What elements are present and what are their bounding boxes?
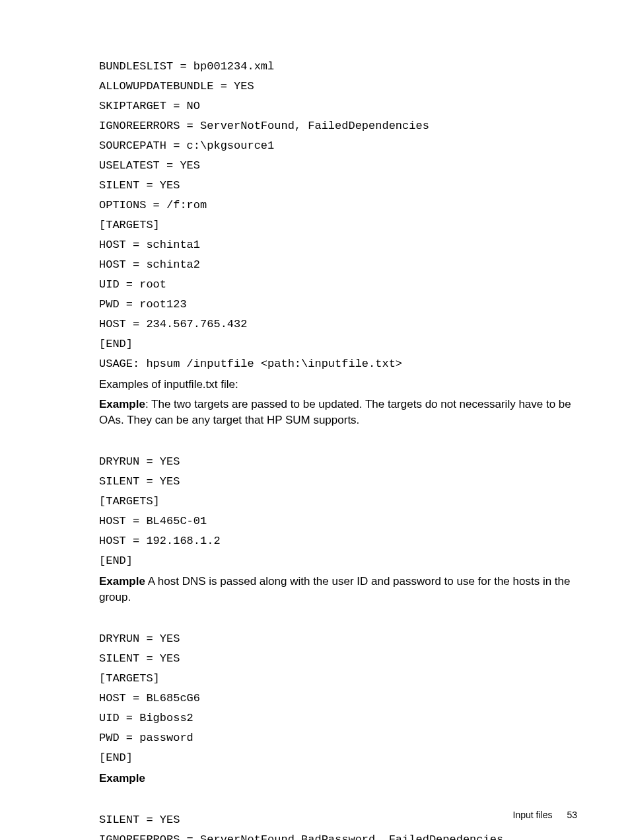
code-block-3: DRYRUN = YES SILENT = YES [TARGETS] HOST… (99, 609, 577, 768)
example-label: Example (99, 398, 145, 410)
example-1-text: : The two targets are passed to be updat… (99, 398, 571, 426)
code-line: HOST = 234.567.765.432 (99, 318, 247, 330)
code-block-4: SILENT = YES IGNOREERRORS = ServerNotFou… (99, 790, 577, 840)
code-line: SKIPTARGET = NO (99, 100, 200, 112)
code-line: SILENT = YES (99, 814, 180, 826)
code-line: HOST = 192.168.1.2 (99, 535, 221, 547)
code-line: USELATEST = YES (99, 159, 200, 172)
code-line: [TARGETS] (99, 672, 160, 685)
code-line: USAGE: hpsum /inputfile <path:\inputfile… (99, 358, 402, 370)
paragraph-examples-intro: Examples of inputfile.txt file: (99, 377, 577, 393)
paragraph-example-1: Example: The two targets are passed to b… (99, 397, 577, 428)
code-line: DRYRUN = YES (99, 632, 180, 645)
code-line: [TARGETS] (99, 219, 160, 231)
code-line: PWD = root123 (99, 298, 187, 311)
code-line: SILENT = YES (99, 179, 180, 192)
code-line: UID = Bigboss2 (99, 712, 193, 724)
footer-section-title: Input files (513, 810, 553, 820)
code-line: [END] (99, 554, 133, 567)
page-footer: Input files 53 (513, 810, 577, 820)
code-line: SILENT = YES (99, 475, 180, 488)
code-line: [END] (99, 751, 133, 764)
code-block-1: BUNDLESLIST = bp001234.xml ALLOWUPDATEBU… (99, 37, 577, 374)
code-line: PWD = password (99, 732, 193, 744)
code-line: IGNOREERRORS = ServerNotFound,BadPasswor… (99, 833, 503, 840)
code-line: HOST = BL465C-01 (99, 515, 207, 527)
code-line: [TARGETS] (99, 495, 160, 508)
code-line: [END] (99, 338, 133, 350)
code-line: HOST = schinta2 (99, 258, 200, 271)
code-line: UID = root (99, 278, 166, 291)
example-label-standalone: Example (99, 771, 577, 786)
code-line: DRYRUN = YES (99, 455, 180, 468)
code-line: ALLOWUPDATEBUNDLE = YES (99, 80, 254, 93)
page: BUNDLESLIST = bp001234.xml ALLOWUPDATEBU… (0, 0, 630, 840)
code-line: SILENT = YES (99, 652, 180, 665)
code-line: OPTIONS = /f:rom (99, 199, 207, 211)
page-number: 53 (567, 810, 577, 820)
code-block-2: DRYRUN = YES SILENT = YES [TARGETS] HOST… (99, 432, 577, 571)
code-line: BUNDLESLIST = bp001234.xml (99, 60, 274, 73)
code-line: SOURCEPATH = c:\pkgsource1 (99, 139, 274, 152)
example-label: Example (99, 575, 145, 588)
paragraph-example-2: Example A host DNS is passed along with … (99, 574, 577, 605)
code-line: HOST = BL685cG6 (99, 692, 200, 705)
example-2-text: A host DNS is passed along with the user… (99, 575, 570, 603)
code-line: IGNOREERRORS = ServerNotFound, FailedDep… (99, 120, 429, 132)
code-line: HOST = schinta1 (99, 239, 200, 251)
